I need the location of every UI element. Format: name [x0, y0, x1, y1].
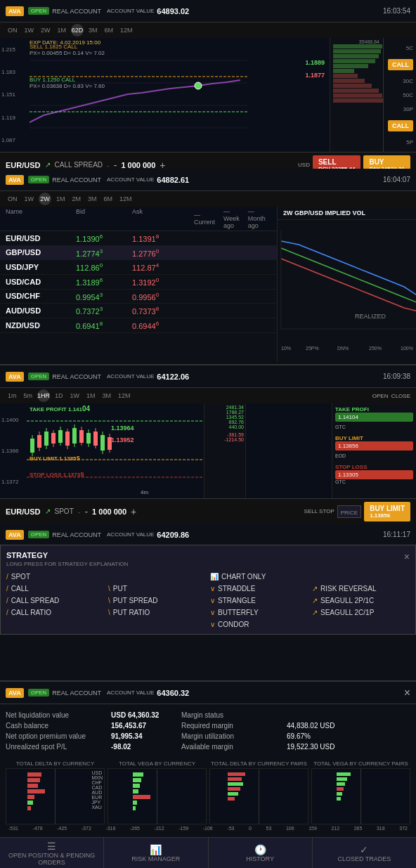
tf-3M-3[interactable]: 3M	[100, 391, 114, 400]
nav-history[interactable]: 🕐 HISTORY	[209, 838, 313, 868]
account-value-label-5: ACCOUNT VALUE	[107, 689, 154, 696]
account-value-1: 64893.02	[157, 7, 189, 15]
tf-2W-1[interactable]: 2W	[39, 26, 53, 34]
strategy-put-spread[interactable]: \ PUT SPREAD	[108, 597, 206, 604]
open-badge-3: OPEN	[28, 373, 50, 380]
section2-content: Name Bid Ask — Current — Week ago — Mont…	[0, 207, 416, 362]
scale-5C: 5C	[406, 45, 413, 51]
tf-6M-2[interactable]: 6M	[102, 195, 115, 203]
buy-limit-button-3[interactable]: BUY LIMIT 1.13856	[364, 502, 410, 522]
ava-logo-4: AVA	[6, 530, 24, 540]
svg-rect-78	[337, 772, 351, 776]
close-button-5[interactable]: ×	[404, 687, 410, 699]
svg-rect-68	[133, 801, 137, 805]
mw-row-usdcad[interactable]: USD/CAD 1.31896 1.31920	[0, 275, 277, 290]
nav-risk-manager[interactable]: 📊 RISK MANAGER	[104, 838, 208, 868]
timeframe-row-3: 1m 5m 1HR 1D 1W 1M 3M 12M OPEN CLOSE	[0, 388, 416, 403]
price-1-183: 1.183	[1, 69, 28, 75]
netliq-value: USD 64,360.32	[111, 711, 181, 719]
strategy-strangle[interactable]: ∨ STRANGLE	[210, 597, 308, 604]
section3-spot-chart: AVA OPEN REAL ACCOUNT ACCOUNT VALUE 6412…	[0, 365, 416, 524]
expiry-date: EXP DATE: 4.02.2019 15:00	[30, 39, 100, 46]
vega-currency-svg	[108, 769, 206, 824]
strategy-butterfly[interactable]: ∨ BUTTERFLY	[210, 609, 308, 616]
nav-open-positions-label: OPEN POSITION & PENDING ORDERS	[3, 852, 100, 866]
price-1-119: 1.119	[1, 115, 28, 121]
mw-row-audusd[interactable]: AUD/USD 0.73723 0.73738	[0, 304, 277, 318]
strategy-seagull-2c1p[interactable]: ↗ SEAGULL 2C/1P	[312, 609, 410, 616]
tf-3M-1[interactable]: 3M	[86, 26, 100, 34]
call-btn-bottom[interactable]: CALL	[388, 120, 413, 131]
price-labels-1: 1.215 1.183 1.151 1.119 1.087	[1, 38, 28, 152]
tf-1W-1[interactable]: 1W	[22, 26, 37, 34]
strategy-call-ratio[interactable]: / CALL RATIO	[6, 609, 104, 616]
strategy-chart-only[interactable]: 📊 CHART ONLY	[210, 573, 308, 581]
account-value-4: 64209.86	[157, 531, 189, 539]
tf-2W-2[interactable]: 2W	[39, 193, 51, 205]
tf-62D-1[interactable]: 62D	[71, 24, 84, 37]
open-badge-1: OPEN	[28, 7, 50, 15]
tf-1HR-3[interactable]: 1HR	[37, 389, 50, 402]
tf-3M-2[interactable]: 3M	[86, 195, 99, 203]
tf-ON-2[interactable]: ON	[6, 195, 20, 203]
nav-closed-trades[interactable]: ✓ CLOSED TRADES	[313, 838, 416, 868]
vega-pairs-chart	[311, 768, 410, 824]
strategy-condor[interactable]: ∨ CONDOR	[210, 621, 308, 628]
svg-rect-79	[337, 777, 347, 781]
history-icon: 🕐	[254, 844, 266, 855]
qty-minus-3[interactable]: -	[84, 506, 88, 517]
strategy-call-spread[interactable]: / CALL SPREAD	[6, 597, 104, 604]
tf-ON-1[interactable]: ON	[6, 26, 20, 34]
section3-header: AVA OPEN REAL ACCOUNT ACCOUNT VALUE 6412…	[0, 365, 416, 388]
col-bid: Bid	[76, 208, 132, 229]
account-value-label-3: ACCOUNT VALUE	[107, 373, 154, 380]
tf-12M-3[interactable]: 12M	[116, 391, 133, 400]
strategy-close-button[interactable]: ×	[404, 551, 410, 562]
account-row-cash: Cash balance 156,453.67 Required margin …	[6, 720, 410, 731]
nav-closed-trades-label: CLOSED TRADES	[337, 855, 391, 862]
tf-1M-1[interactable]: 1M	[56, 26, 69, 34]
tf-12M-1[interactable]: 12M	[118, 26, 135, 34]
mw-row-gbpusd[interactable]: GBP/USD 1.27743 1.27760	[0, 246, 277, 261]
pair-3: EUR/USD	[6, 507, 41, 516]
tf-6M-1[interactable]: 6M	[103, 26, 116, 34]
svg-rect-61	[27, 806, 31, 810]
strategy-put-ratio[interactable]: \ PUT RATIO	[108, 609, 206, 616]
svg-text:1.13964: 1.13964	[111, 425, 134, 432]
tf-1D-3[interactable]: 1D	[53, 391, 65, 400]
strategy-spot[interactable]: / SPOT	[6, 573, 104, 581]
strategy-put[interactable]: \ PUT	[108, 585, 206, 592]
mw-row-nzdusd[interactable]: NZD/USD 0.69418 0.69446	[0, 318, 277, 333]
svg-text:10%: 10%	[281, 346, 291, 351]
qty-plus-3[interactable]: +	[131, 506, 136, 517]
section5-header: AVA OPEN REAL ACCOUNT ACCOUNT VALUE 6436…	[0, 682, 416, 704]
mw-row-usdjpy[interactable]: USD/JPY 112.860 112.874	[0, 260, 277, 275]
mw-header: Name Bid Ask — Current — Week ago — Mont…	[0, 207, 277, 231]
strategy-risk-reversal[interactable]: ↗ RISK REVERSAL	[312, 585, 410, 592]
mw-row-eurusd[interactable]: EUR/USD 1.13906 1.13918	[0, 231, 277, 246]
strategy-call[interactable]: / CALL	[6, 585, 104, 592]
tf-1m-3[interactable]: 1m	[6, 391, 19, 400]
account-value-3: 64122.06	[157, 373, 189, 381]
tf-2M-2[interactable]: 2M	[70, 195, 84, 203]
strategy-seagull-2p1c[interactable]: ↗ SEAGULL 2P/1C	[312, 597, 410, 604]
nav-open-positions[interactable]: ☰ OPEN POSITION & PENDING ORDERS	[0, 838, 104, 868]
price-badge-3: PRICE	[337, 505, 361, 518]
tf-1M-2[interactable]: 1M	[54, 195, 67, 203]
tf-5m-3[interactable]: 5m	[22, 391, 35, 400]
tf-1W-3[interactable]: 1W	[68, 391, 82, 400]
chart-area-3: 1.1400 1.1386 1.1372	[0, 403, 416, 498]
mw-row-usdchf[interactable]: USD/CHF 0.99543 0.99560	[0, 290, 277, 304]
call-btn-top[interactable]: CALL	[388, 59, 413, 70]
delta-pairs-chart	[209, 768, 308, 824]
avail-margin-value: 19,522.30 USD	[287, 743, 410, 751]
open-positions-icon: ☰	[47, 841, 56, 852]
tf-1M-3[interactable]: 1M	[84, 391, 98, 400]
section4-header: AVA OPEN REAL ACCOUNT ACCOUNT VALUE 6420…	[0, 524, 416, 546]
svg-rect-72	[228, 777, 242, 781]
strategy-straddle[interactable]: ∨ STRADDLE	[210, 585, 308, 592]
svg-point-6	[195, 82, 202, 89]
tf-1W-2[interactable]: 1W	[22, 195, 37, 203]
neto-value: 91,995.34	[111, 732, 181, 740]
tf-12M-2[interactable]: 12M	[117, 195, 134, 203]
